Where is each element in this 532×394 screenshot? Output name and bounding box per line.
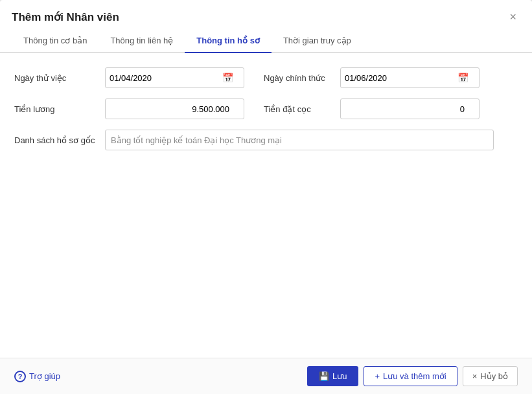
plus-icon: + <box>375 371 380 381</box>
salary-field[interactable] <box>105 98 244 119</box>
docs-field[interactable] <box>105 130 494 150</box>
salary-input[interactable] <box>110 104 229 114</box>
help-button[interactable]: ? Trợ giúp <box>14 371 60 382</box>
docs-input[interactable] <box>111 135 488 145</box>
docs-row: Danh sách hồ sơ gốc <box>14 130 518 150</box>
cancel-button[interactable]: × Hủy bỏ <box>463 366 518 386</box>
modal-header: Thêm mới Nhân viên × <box>0 0 532 25</box>
save-label: Lưu <box>332 371 347 381</box>
help-icon: ? <box>14 371 26 382</box>
modal-footer: ? Trợ giúp 💾 Lưu + Lưu và thêm mới × Hủy… <box>0 358 532 394</box>
save-add-button[interactable]: + Lưu và thêm mới <box>364 366 457 386</box>
trial-date-label: Ngày thử việc <box>14 73 105 83</box>
modal-title: Thêm mới Nhân viên <box>12 10 119 24</box>
modal-body: Ngày thử việc 📅 Ngày chính thức 📅 Tiền l… <box>0 53 532 358</box>
save-icon: 💾 <box>319 371 329 381</box>
trial-date-field[interactable]: 📅 <box>105 67 244 88</box>
deposit-label: Tiền đặt cọc <box>264 104 335 114</box>
deposit-field[interactable] <box>340 98 480 119</box>
deposit-group: Tiền đặt cọc <box>257 98 480 119</box>
modal-container: Thêm mới Nhân viên × Thông tin cơ bản Th… <box>0 0 532 394</box>
official-date-input[interactable] <box>345 73 455 83</box>
save-add-label: Lưu và thêm mới <box>383 371 446 381</box>
tab-ho-so[interactable]: Thông tin hồ sơ <box>185 30 272 53</box>
official-date-group: Ngày chính thức 📅 <box>257 67 480 88</box>
deposit-input[interactable] <box>345 104 465 114</box>
save-button[interactable]: 💾 Lưu <box>307 366 358 386</box>
docs-label: Danh sách hồ sơ gốc <box>14 135 105 145</box>
tab-lien-he[interactable]: Thông tin liên hệ <box>98 30 185 53</box>
salary-label: Tiền lương <box>14 104 105 114</box>
official-date-label: Ngày chính thức <box>264 73 335 83</box>
trial-date-input[interactable] <box>110 73 220 83</box>
footer-actions: 💾 Lưu + Lưu và thêm mới × Hủy bỏ <box>307 366 518 386</box>
help-label: Trợ giúp <box>29 371 60 381</box>
official-calendar-icon[interactable]: 📅 <box>457 73 468 83</box>
official-date-field[interactable]: 📅 <box>340 67 480 88</box>
salary-row: Tiền lương Tiền đặt cọc <box>14 98 518 119</box>
tab-bar: Thông tin cơ bản Thông tin liên hệ Thông… <box>0 25 532 53</box>
tab-thoi-gian[interactable]: Thời gian truy cập <box>272 30 363 53</box>
cancel-label: Hủy bỏ <box>480 371 508 381</box>
cancel-x-icon: × <box>472 371 478 381</box>
trial-date-row: Ngày thử việc 📅 Ngày chính thức 📅 <box>14 67 518 88</box>
tab-co-ban[interactable]: Thông tin cơ bản <box>12 30 98 53</box>
close-button[interactable]: × <box>505 9 520 25</box>
trial-calendar-icon[interactable]: 📅 <box>222 73 233 83</box>
